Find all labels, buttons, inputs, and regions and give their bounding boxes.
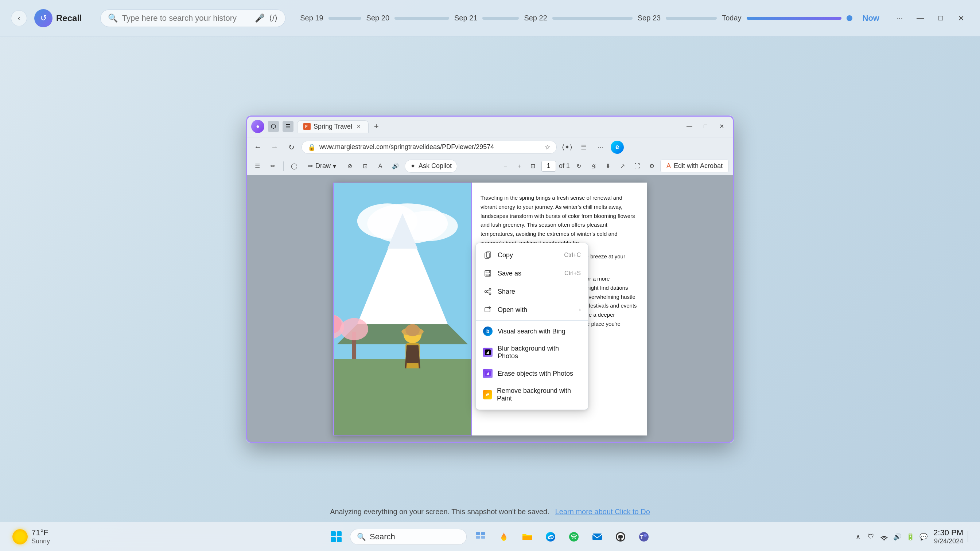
ctx-save-as[interactable]: Save as Ctrl+S [476, 264, 588, 283]
pdf-highlight-icon[interactable]: ✏ [267, 160, 279, 172]
pdf-print-icon[interactable]: 🖨 [587, 160, 600, 172]
tray-volume[interactable]: 🔊 [892, 531, 903, 542]
browser-close[interactable]: ✕ [714, 120, 729, 133]
back-button[interactable]: ‹ [11, 10, 27, 26]
browser-forward-button[interactable]: → [268, 141, 281, 154]
windows-logo [331, 531, 342, 542]
seg-sep23[interactable]: Sep 23 [638, 14, 660, 22]
browser-more-button[interactable]: ··· [594, 141, 607, 154]
clock[interactable]: 2:30 PM 9/24/2024 [933, 528, 963, 545]
extension-icon[interactable]: ⬡ [268, 121, 279, 132]
svg-rect-42 [522, 536, 532, 540]
edit-acrobat-button[interactable]: A Edit with Acrobat [660, 160, 729, 172]
timeline-dot [846, 15, 853, 21]
start-button[interactable] [327, 527, 345, 546]
browser-refresh-button[interactable]: ↻ [285, 141, 298, 154]
pdf-fit-icon[interactable]: ⊡ [359, 160, 371, 172]
browser-minimize[interactable]: — [682, 120, 697, 133]
ask-copilot-button[interactable]: ✦ Ask Copilot [405, 160, 457, 173]
pdf-audio-icon[interactable]: 🔊 [390, 160, 402, 172]
seg-sep22[interactable]: Sep 22 [524, 14, 547, 22]
taskbar-edge[interactable] [541, 527, 560, 546]
ctx-erase-objects[interactable]: Erase objects with Photos [476, 364, 588, 383]
zoom-in-button[interactable]: + [514, 161, 525, 171]
taskbar-search-bar[interactable]: 🔍 Search [350, 529, 467, 545]
zoom-out-button[interactable]: − [500, 161, 511, 171]
taskbar-github[interactable] [611, 527, 630, 546]
tray-network[interactable] [879, 531, 889, 542]
tab-close-button[interactable]: ✕ [355, 123, 363, 130]
tray-message[interactable]: 💬 [918, 531, 929, 542]
pdf-fullscreen-icon[interactable]: ⛶ [631, 160, 643, 172]
seg-sep19[interactable]: Sep 19 [300, 14, 323, 22]
browser-collections-icon[interactable]: ☰ [577, 141, 590, 154]
history-search-bar[interactable]: 🔍 🎤 ⟨/⟩ [100, 10, 286, 27]
ctx-visual-search[interactable]: b Visual search with Bing [476, 322, 588, 340]
seg-sep21[interactable]: Sep 21 [454, 14, 477, 22]
browser-back-button[interactable]: ← [251, 141, 264, 154]
logo-top-right [337, 531, 342, 537]
draw-button[interactable]: ✏ Draw ▾ [303, 160, 340, 172]
collections-icon[interactable]: ☰ [283, 121, 293, 132]
pdf-rotate-icon[interactable]: ↻ [573, 160, 585, 172]
svg-line-30 [486, 290, 489, 291]
pdf-share-icon[interactable]: ↗ [617, 160, 629, 172]
fit-page-button[interactable]: ⊡ [528, 161, 538, 171]
more-options-button[interactable]: ··· [892, 10, 908, 26]
pdf-erase2-icon[interactable]: ⊘ [344, 160, 356, 172]
svg-rect-45 [592, 534, 602, 540]
taskbar-mail[interactable] [588, 527, 607, 546]
learn-more-link[interactable]: Learn more about Click to Do [555, 508, 650, 516]
ctx-blur-bg[interactable]: Blur background with Photos [476, 340, 588, 364]
logo-top-left [331, 531, 336, 537]
code-icon[interactable]: ⟨/⟩ [269, 13, 278, 23]
seg-today[interactable]: Today [722, 14, 741, 22]
pdf-image[interactable] [333, 183, 472, 435]
taskbar-search-text: Search [370, 532, 395, 541]
taskbar-widgets[interactable] [495, 527, 513, 546]
profile-icon[interactable]: ● [251, 120, 264, 133]
pdf-settings-icon[interactable]: ⚙ [646, 160, 658, 172]
seg-bar-sep19 [328, 17, 361, 20]
tray-battery[interactable]: 🔋 [905, 531, 916, 542]
photos-blur-icon [483, 348, 493, 357]
seg-sep20[interactable]: Sep 20 [366, 14, 390, 22]
close-button[interactable]: ✕ [953, 10, 969, 26]
ctx-share[interactable]: Share [476, 283, 588, 301]
history-search-input[interactable] [122, 13, 250, 23]
taskbar-spotify[interactable] [565, 527, 583, 546]
new-tab-button[interactable]: + [370, 120, 382, 133]
weather-widget[interactable]: 71°F Sunny [7, 525, 55, 548]
timeline-bar: ‹ ↺ Recall 🔍 🎤 ⟨/⟩ Sep 19 Sep 20 Sep 21 … [0, 0, 980, 37]
now-button[interactable]: Now [858, 11, 885, 25]
pdf-eraser-icon[interactable]: ◯ [288, 160, 301, 172]
browser-copilot-icon[interactable]: ⟨✦⟩ [560, 141, 573, 154]
tray-security[interactable]: 🛡 [865, 531, 877, 542]
address-bar[interactable]: 🔒 www.margiestravel.com/springtravelidea… [302, 141, 557, 154]
ctx-remove-bg[interactable]: Remove background with Paint [476, 383, 588, 407]
tray-up-arrow[interactable]: ∧ [853, 531, 863, 542]
show-desktop-button[interactable] [967, 531, 973, 542]
pdf-list-icon[interactable]: ☰ [251, 160, 264, 172]
taskbar-left: 71°F Sunny [7, 525, 55, 548]
ctx-share-label: Share [498, 288, 515, 295]
taskbar-teams[interactable]: T [635, 527, 653, 546]
bookmark-icon[interactable]: ☆ [545, 143, 550, 151]
copy-icon [483, 250, 493, 260]
pdf-download-icon[interactable]: ⬇ [602, 160, 614, 172]
maximize-button[interactable]: □ [932, 10, 949, 26]
main-area: ● ⬡ ☰ P Spring Travel ✕ + — □ ✕ [0, 37, 980, 522]
page-number-input[interactable] [541, 161, 556, 171]
taskbar-taskview[interactable] [471, 527, 490, 546]
minimize-button[interactable]: — [912, 10, 928, 26]
voice-search-icon[interactable]: 🎤 [255, 13, 265, 23]
page-of-label: of 1 [559, 162, 570, 170]
ctx-copy[interactable]: Copy Ctrl+C [476, 246, 588, 264]
edge-icon[interactable]: e [611, 141, 624, 154]
taskbar-file-explorer[interactable] [518, 527, 537, 546]
pdf-content-area: Traveling in the spring brings a fresh s… [246, 175, 734, 443]
browser-maximize[interactable]: □ [698, 120, 713, 133]
ctx-open-with[interactable]: Open with › [476, 301, 588, 319]
spring-travel-tab[interactable]: P Spring Travel ✕ [297, 120, 369, 133]
pdf-text-icon[interactable]: A [374, 160, 387, 172]
